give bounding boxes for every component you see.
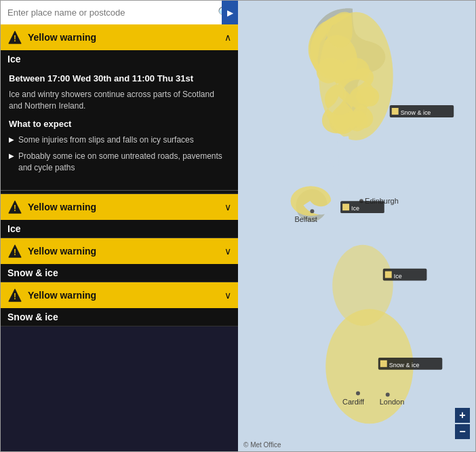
warning-chevron-4: ∨: [224, 290, 231, 301]
zoom-in-button[interactable]: +: [455, 408, 470, 423]
warning-chevron-1: ∧: [224, 32, 231, 43]
warning-level-2: Yellow warning: [28, 202, 96, 212]
warning-chevron-3: ∨: [224, 246, 231, 257]
svg-text:Snow & ice: Snow & ice: [401, 109, 431, 116]
svg-text:!: !: [14, 292, 16, 301]
svg-text:London: London: [380, 398, 404, 407]
warning-type-4: Snow & ice: [1, 308, 238, 326]
warning-content-1: Between 17:00 Wed 30th and 11:00 Thu 31s…: [1, 68, 238, 187]
svg-point-14: [310, 209, 314, 213]
svg-text:Snow & ice: Snow & ice: [389, 362, 420, 369]
warning-level-4: Yellow warning: [28, 290, 96, 301]
svg-rect-22: [392, 108, 399, 115]
svg-text:!: !: [14, 248, 16, 257]
warning-header-3[interactable]: ! Yellow warning ∨: [1, 238, 238, 264]
warning-expect-title-1: What to expect: [9, 119, 230, 129]
bullet-text-1: Some injuries from slips and falls on ic…: [18, 134, 194, 146]
bullet-arrow-icon-1: ▶: [9, 135, 14, 145]
warning-type-1: Ice: [1, 50, 238, 68]
bullet-text-2: Probably some ice on some untreated road…: [18, 151, 230, 174]
divider-1: [1, 190, 238, 191]
warning-card-2: ! Yellow warning ∨ Ice: [1, 194, 238, 238]
svg-text:Ice: Ice: [351, 205, 359, 212]
svg-text:!: !: [14, 204, 16, 213]
map-panel: Edinburgh Belfast Cardiff London Snow & …: [238, 1, 475, 452]
met-office-credit: © Met Office: [243, 441, 281, 449]
map-controls: + −: [455, 408, 470, 439]
warning-triangle-icon-3: !: [7, 244, 22, 259]
warning-desc-1: Ice and wintry showers continue across p…: [9, 89, 230, 112]
warning-time-1: Between 17:00 Wed 30th and 11:00 Thu 31s…: [9, 73, 230, 83]
warning-level-3: Yellow warning: [28, 246, 96, 257]
svg-point-15: [356, 392, 360, 396]
search-bar: 🔍 ▶: [1, 1, 238, 24]
svg-point-12: [332, 245, 393, 326]
warning-header-4[interactable]: ! Yellow warning ∨: [1, 282, 238, 308]
warning-card-expanded: ! Yellow warning ∧ Ice Between 17:00 Wed…: [1, 24, 238, 194]
svg-text:!: !: [14, 34, 16, 43]
uk-map: Edinburgh Belfast Cardiff London Snow & …: [238, 1, 475, 452]
search-submit[interactable]: ▶: [222, 1, 238, 24]
warning-bullet-1: ▶ Some injuries from slips and falls on …: [9, 134, 230, 146]
warning-triangle-icon-2: !: [7, 200, 22, 214]
svg-rect-25: [342, 204, 349, 210]
warning-level-1: Yellow warning: [28, 32, 96, 43]
zoom-out-button[interactable]: −: [455, 424, 470, 439]
left-panel: 🔍 ▶ ! Yellow warning ∧ Ice Between 17:00…: [1, 1, 238, 452]
warning-header-1[interactable]: ! Yellow warning ∧: [1, 24, 238, 50]
svg-text:Ice: Ice: [394, 273, 402, 280]
svg-rect-28: [385, 271, 392, 278]
svg-text:Cardiff: Cardiff: [342, 398, 365, 407]
svg-rect-31: [380, 360, 387, 367]
svg-text:Belfast: Belfast: [295, 215, 317, 223]
bullet-arrow-icon-2: ▶: [9, 151, 14, 161]
warning-type-3: Snow & ice: [1, 264, 238, 282]
warning-bullet-2: ▶ Probably some ice on some untreated ro…: [9, 151, 230, 174]
warning-card-3: ! Yellow warning ∨ Snow & ice: [1, 238, 238, 282]
search-input[interactable]: [7, 7, 212, 18]
warning-chevron-2: ∨: [224, 202, 231, 212]
warning-triangle-icon-4: !: [7, 288, 22, 303]
warning-triangle-icon: !: [7, 30, 22, 45]
warning-card-4: ! Yellow warning ∨ Snow & ice: [1, 282, 238, 326]
warning-type-2: Ice: [1, 220, 238, 238]
svg-point-16: [386, 393, 390, 397]
warning-header-2[interactable]: ! Yellow warning ∨: [1, 194, 238, 220]
